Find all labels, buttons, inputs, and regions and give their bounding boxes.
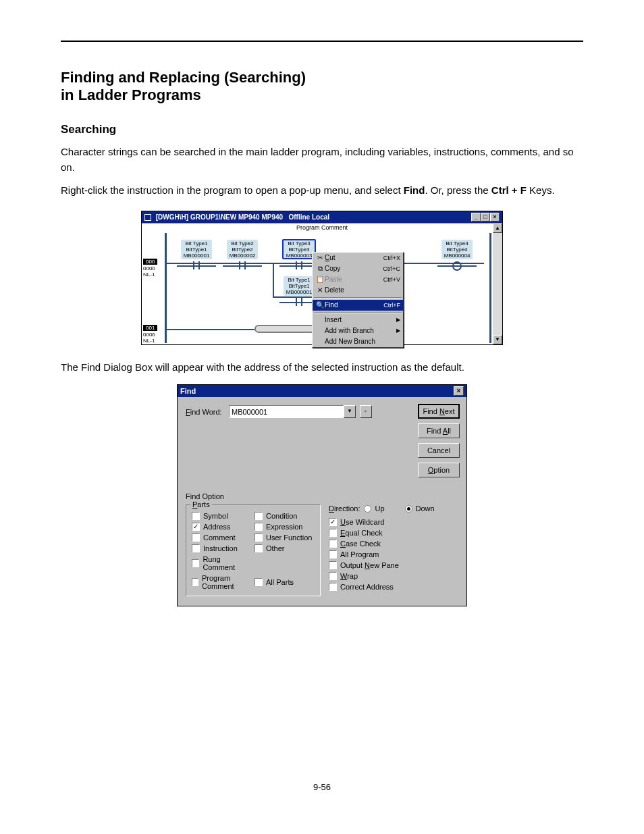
para-intro: Character strings can be searched in the…	[61, 145, 583, 175]
context-menu: ✂CutCtrl+X ⧉CopyCtrl+C 📋PasteCtrl+V ✕Del…	[312, 252, 404, 348]
program-comment-label: Program Comment	[296, 224, 348, 231]
vertical-scrollbar[interactable]: ▲ ▼	[493, 224, 502, 344]
right-power-rail	[489, 233, 491, 343]
find-dialog-titlebar: Find ×	[178, 385, 466, 397]
rung-number-1: 001 0006 NL-1	[143, 325, 157, 344]
find-all-button[interactable]: Find All	[418, 423, 460, 438]
radio-down[interactable]: Down	[405, 504, 435, 513]
chk-wrap[interactable]: Wrap	[329, 572, 458, 580]
window-titlebar: [DWGH\H] GROUP1\NEW MP940 MP940 Offline …	[142, 211, 502, 223]
menu-insert[interactable]: Insert▶	[313, 315, 403, 325]
contact-branch-bit1[interactable]: Bit Type1BitType1MB000001	[284, 276, 315, 307]
chk-all-parts[interactable]: All Parts	[254, 574, 315, 590]
find-dialog: Find × Find Word: MB000001 ▼ ▸ Find Next…	[177, 384, 467, 606]
cancel-button[interactable]: Cancel	[418, 443, 460, 458]
chk-output-new-pane[interactable]: Output New Pane	[329, 561, 458, 569]
radio-up[interactable]: Up	[364, 504, 384, 513]
minimize-button[interactable]: _	[471, 213, 481, 221]
chk-user-function[interactable]: User Function	[254, 533, 315, 542]
app-icon	[144, 214, 151, 221]
parts-groupbox: Parts Symbol Condition ✓Address Expressi…	[186, 504, 321, 596]
find-word-input[interactable]: MB000001	[229, 405, 344, 418]
rung-number-0: 000 0000 NL-1	[143, 259, 157, 278]
chk-other[interactable]: Other	[254, 544, 315, 552]
chk-symbol[interactable]: Symbol	[192, 512, 252, 520]
scroll-down-arrow[interactable]: ▼	[493, 335, 502, 344]
close-icon[interactable]: ×	[454, 386, 464, 396]
menu-add-new-branch[interactable]: Add New Branch	[313, 336, 403, 347]
find-word-label: Find Word:	[186, 408, 229, 416]
chk-address[interactable]: ✓Address	[192, 523, 252, 531]
para-after-fig1: The Find Dialog Box will appear with the…	[61, 360, 583, 375]
close-button[interactable]: ×	[490, 213, 500, 221]
selection-outline	[282, 239, 316, 259]
chk-correct-address[interactable]: Correct Address	[329, 583, 458, 591]
ladder-editor-window: [DWGH\H] GROUP1\NEW MP940 MP940 Offline …	[141, 211, 503, 345]
chk-instruction[interactable]: Instruction	[192, 544, 252, 552]
chk-all-program[interactable]: All Program	[329, 550, 458, 558]
menu-delete[interactable]: ✕Delete	[313, 285, 403, 296]
find-word-dropdown[interactable]: ▼	[344, 405, 356, 418]
chk-rung-comment[interactable]: Rung Comment	[192, 555, 252, 571]
chk-equal-check[interactable]: Equal Check	[329, 529, 458, 537]
chk-case-check[interactable]: Case Check	[329, 540, 458, 548]
chk-program-comment[interactable]: Program Comment	[192, 574, 252, 590]
find-next-button[interactable]: Find Next	[418, 404, 460, 419]
menu-add-with-branch[interactable]: Add with Branch▶	[313, 325, 403, 336]
find-word-aux-button[interactable]: ▸	[360, 405, 372, 418]
maximize-button[interactable]: □	[481, 213, 490, 221]
contact-bit2[interactable]: Bit Type2BitType2MB000002	[227, 240, 258, 270]
menu-copy[interactable]: ⧉CopyCtrl+C	[313, 263, 403, 274]
ladder-canvas[interactable]: Program Comment 000 0000 NL-1 Bit Type1B…	[142, 223, 502, 344]
chk-expression[interactable]: Expression	[254, 523, 315, 531]
page-heading: Finding and Replacing (Searching) in Lad…	[61, 69, 583, 104]
chk-use-wildcard[interactable]: ✓Use Wildcard	[329, 518, 458, 526]
menu-cut[interactable]: ✂CutCtrl+X	[313, 253, 403, 263]
para-howto: Right-click the instruction in the progr…	[61, 183, 583, 199]
scroll-up-arrow[interactable]: ▲	[493, 224, 502, 233]
menu-find[interactable]: 🔍FindCtrl+F	[313, 300, 403, 311]
direction-label: Direction:	[329, 504, 360, 513]
chk-condition[interactable]: Condition	[254, 512, 315, 520]
contact-bit1[interactable]: Bit Type1BitType1MB000001	[181, 240, 212, 270]
chk-comment[interactable]: Comment	[192, 533, 252, 542]
coil-bit4[interactable]: Bit Type4BitType4MB000004	[441, 240, 473, 270]
section-searching: Searching	[61, 123, 583, 136]
page-number: 9-56	[61, 782, 583, 792]
menu-paste: 📋PasteCtrl+V	[313, 274, 403, 285]
find-option-label: Find Option	[186, 492, 458, 500]
empty-rung-slot[interactable]	[254, 325, 318, 333]
left-power-rail	[165, 233, 167, 343]
option-button[interactable]: Option	[418, 463, 460, 477]
